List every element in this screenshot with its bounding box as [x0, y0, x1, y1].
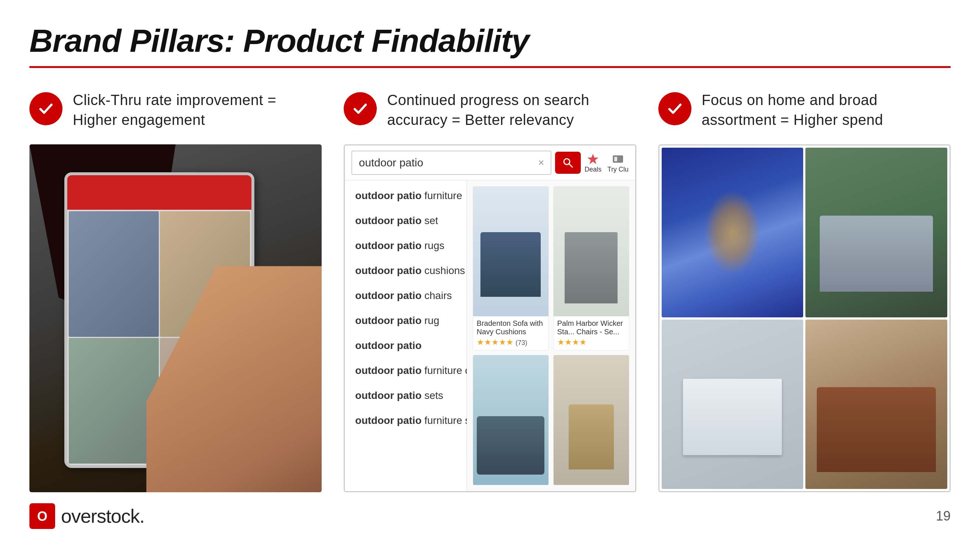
- search-text: outdoor patio: [359, 157, 423, 169]
- grid-item-4: [805, 319, 947, 489]
- clear-button[interactable]: ×: [538, 157, 544, 168]
- suggestion-3[interactable]: outdoor patio rugs: [345, 233, 466, 258]
- svg-line-1: [569, 164, 572, 167]
- product-card-3[interactable]: [473, 355, 549, 485]
- page-title: Brand Pillars: Product Findability: [29, 22, 951, 59]
- search-input-display[interactable]: outdoor patio ×: [352, 151, 551, 175]
- grid-item-2: [805, 148, 947, 318]
- product-card-4[interactable]: [553, 355, 629, 485]
- suggestion-7[interactable]: outdoor patio: [345, 333, 466, 358]
- divider-line: [29, 66, 951, 68]
- suggestion-6[interactable]: outdoor patio rug: [345, 308, 466, 333]
- suggestion-5[interactable]: outdoor patio chairs: [345, 283, 466, 308]
- column-3: Focus on home and broad assortment = Hig…: [659, 90, 951, 492]
- check-icon-1: [29, 92, 62, 125]
- check-icon-2: [344, 92, 377, 125]
- suggestion-4[interactable]: outdoor patio cushions: [345, 258, 466, 283]
- pillar-3-header: Focus on home and broad assortment = Hig…: [659, 90, 951, 130]
- grid-item-3: [662, 319, 803, 489]
- pillar-2-header: Continued progress on search accuracy = …: [344, 90, 636, 130]
- suggestion-2[interactable]: outdoor patio set: [345, 208, 466, 233]
- product-1-name: Bradenton Sofa with Navy Cushions: [477, 319, 545, 336]
- deals-icon[interactable]: Deals: [584, 152, 601, 173]
- check-icon-3: [659, 92, 692, 125]
- pillar-1-text: Click-Thru rate improvement = Higher eng…: [73, 90, 321, 130]
- logo-text: overstock.: [61, 505, 145, 527]
- pillar-1-header: Click-Thru rate improvement = Higher eng…: [29, 90, 321, 130]
- search-mock: outdoor patio ×: [344, 144, 636, 492]
- products-panel: Bradenton Sofa with Navy Cushions ★★★★★ …: [467, 180, 635, 491]
- grid-item-1: [662, 148, 803, 318]
- logo-icon: O: [29, 503, 55, 529]
- overstock-logo: O overstock.: [29, 503, 145, 529]
- suggestion-8[interactable]: outdoor patio furniture covers: [345, 358, 466, 383]
- pillar-3-text: Focus on home and broad assortment = Hig…: [702, 90, 951, 130]
- product-card-1[interactable]: Bradenton Sofa with Navy Cushions ★★★★★ …: [473, 186, 549, 351]
- content-columns: Click-Thru rate improvement = Higher eng…: [29, 90, 951, 492]
- svg-rect-3: [614, 157, 617, 161]
- ipad-image: [29, 144, 321, 492]
- try-club-icon[interactable]: Try Clu: [607, 152, 628, 173]
- suggestion-9[interactable]: outdoor patio sets: [345, 383, 466, 408]
- page-number: 19: [936, 508, 951, 524]
- product-2-name: Palm Harbor Wicker Sta... Chairs - Se...: [557, 319, 625, 336]
- pillar-2-text: Continued progress on search accuracy = …: [387, 90, 636, 130]
- svg-text:O: O: [37, 509, 48, 524]
- search-bar: outdoor patio ×: [345, 146, 635, 180]
- search-nav-icons: Deals Try Clu: [584, 152, 628, 173]
- suggestion-1[interactable]: outdoor patio furniture: [345, 183, 466, 208]
- search-body: outdoor patio furniture outdoor patio se…: [345, 180, 635, 491]
- column-2: Continued progress on search accuracy = …: [344, 90, 636, 492]
- footer: O overstock. 19: [29, 503, 951, 529]
- suggestions-panel: outdoor patio furniture outdoor patio se…: [345, 180, 467, 491]
- slide: Brand Pillars: Product Findability Click…: [0, 0, 980, 551]
- product-card-2[interactable]: Palm Harbor Wicker Sta... Chairs - Se...…: [553, 186, 629, 351]
- suggestion-10[interactable]: outdoor patio furniture set sunbrella: [345, 408, 466, 433]
- column-1: Click-Thru rate improvement = Higher eng…: [29, 90, 321, 492]
- product-grid: [659, 144, 951, 492]
- search-button[interactable]: [555, 152, 581, 174]
